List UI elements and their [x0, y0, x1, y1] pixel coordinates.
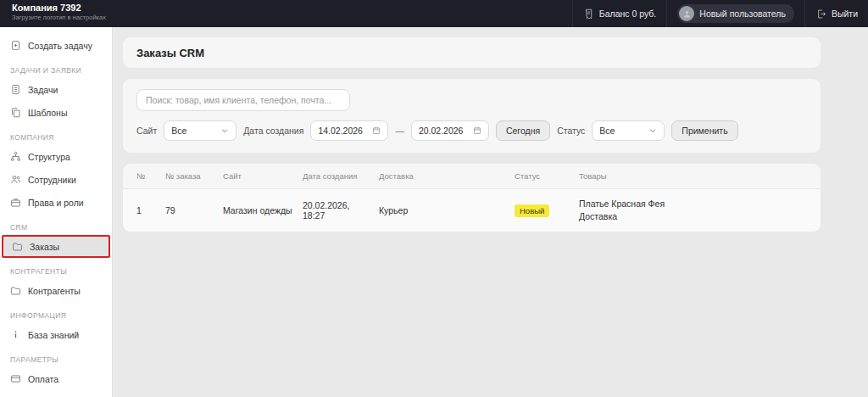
sidebar-item-label: Структура: [28, 152, 70, 162]
balance-button[interactable]: Баланс 0 руб.: [572, 0, 666, 27]
status-select[interactable]: Все: [592, 120, 665, 141]
date-range-dash: —: [395, 126, 404, 136]
sidebar-item-label: Заказы: [30, 242, 59, 252]
exit-icon: [815, 8, 826, 20]
sidebar-item-payment[interactable]: Оплата: [0, 367, 112, 390]
filter-card: Сайт Все Дата создания 14.02.2026 — 20.0…: [123, 79, 821, 153]
site-select[interactable]: Все: [164, 120, 236, 141]
page-title: Заказы CRM: [136, 47, 204, 59]
sidebar-item-orders[interactable]: Заказы: [2, 235, 110, 258]
card-icon: [10, 373, 21, 384]
col-header-order-num: № заказа: [165, 171, 216, 181]
sidebar-item-contractors[interactable]: Контрагенты: [0, 279, 112, 302]
sidebar-item-label: Права и роли: [28, 198, 84, 208]
sidebar-section-information: ИНФОРМАЦИЯ: [0, 302, 112, 323]
product-line: Платье Красная Фея: [579, 198, 807, 210]
sidebar-item-rights-roles[interactable]: Права и роли: [0, 191, 112, 214]
sidebar-item-structure[interactable]: Структура: [0, 145, 112, 168]
cell-delivery: Курьер: [379, 205, 508, 215]
cell-status: Новый: [515, 204, 572, 217]
logout-label: Выйти: [832, 8, 858, 19]
table-row[interactable]: 1 79 Магазин одежды 20.02.2026, 18:27 Ку…: [123, 188, 821, 232]
sidebar-item-label: Шаблоны: [28, 108, 67, 118]
apply-button[interactable]: Применить: [671, 120, 737, 141]
filter-row: Сайт Все Дата создания 14.02.2026 — 20.0…: [136, 120, 807, 141]
orders-table: № № заказа Сайт Дата создания Доставка С…: [123, 164, 821, 232]
company-subtitle: Загрузите логотип в настройках: [12, 14, 106, 21]
main-content: Заказы CRM Сайт Все Дата создания 14.02.…: [113, 27, 868, 397]
clipboard-plus-icon: [10, 40, 21, 51]
cell-products: Платье Красная Фея Доставка: [579, 198, 807, 223]
date-from-value: 14.02.2026: [318, 126, 363, 136]
cell-site: Магазин одежды: [223, 205, 296, 215]
date-to-input[interactable]: 20.02.2026: [411, 120, 489, 141]
users-icon: [10, 174, 21, 185]
status-badge: Новый: [515, 204, 549, 217]
topbar-right: Баланс 0 руб. Новый пользователь Выйти: [572, 0, 868, 27]
title-card: Заказы CRM: [123, 37, 821, 68]
balance-label: Баланс 0 руб.: [599, 8, 656, 19]
user-name: Новый пользователь: [699, 8, 786, 19]
date-filter-label: Дата создания: [243, 126, 303, 136]
status-filter-label: Статус: [557, 126, 585, 136]
date-to-value: 20.02.2026: [419, 126, 464, 136]
table-header-row: № № заказа Сайт Дата создания Доставка С…: [123, 164, 821, 188]
sidebar-item-create-task[interactable]: Создать задачу: [0, 34, 112, 57]
document-icon: [10, 84, 21, 95]
sidebar-item-settings[interactable]: Настройки: [0, 390, 112, 397]
cell-order-num: 79: [165, 205, 216, 215]
user-menu[interactable]: Новый пользователь: [666, 0, 804, 27]
chevron-down-icon: [648, 126, 657, 135]
logout-button[interactable]: Выйти: [804, 0, 868, 27]
col-header-products: Товары: [579, 171, 807, 181]
sidebar-item-tasks[interactable]: Задачи: [0, 78, 112, 101]
sidebar-section-parameters: ПАРАМЕТРЫ: [0, 346, 112, 367]
company-name: Компания 7392: [12, 3, 106, 14]
sidebar-item-label: Контрагенты: [28, 286, 81, 296]
user-pill: Новый пользователь: [677, 4, 794, 23]
col-header-created: Дата создания: [303, 171, 372, 181]
sidebar-item-label: Задачи: [28, 85, 58, 95]
topbar: Компания 7392 Загрузите логотип в настро…: [0, 0, 868, 27]
sidebar-item-employees[interactable]: Сотрудники: [0, 168, 112, 191]
cell-num: 1: [136, 205, 159, 215]
today-button[interactable]: Сегодня: [496, 120, 550, 141]
copy-icon: [10, 107, 21, 118]
site-filter-label: Сайт: [136, 126, 157, 136]
folder-icon: [12, 241, 23, 252]
info-icon: [10, 329, 21, 340]
folder-icon: [10, 285, 21, 296]
chevron-down-icon: [220, 126, 229, 135]
hierarchy-icon: [10, 151, 21, 162]
briefcase-icon: [10, 197, 21, 208]
user-avatar: [679, 6, 694, 21]
product-line: Доставка: [579, 210, 807, 223]
company-block: Компания 7392 Загрузите логотип в настро…: [0, 0, 106, 27]
sidebar-section-company: КОМПАНИЯ: [0, 124, 112, 145]
col-header-status: Статус: [515, 171, 572, 181]
col-header-site: Сайт: [223, 171, 296, 181]
sidebar-section-crm: CRM: [0, 214, 112, 235]
calendar-icon: [473, 126, 481, 135]
sidebar-section-tasks: ЗАДАЧИ И ЗАЯВКИ: [0, 57, 112, 78]
cell-created: 20.02.2026, 18:27: [303, 200, 372, 221]
sidebar-item-knowledge-base[interactable]: База знаний: [0, 323, 112, 346]
col-header-num: №: [136, 171, 159, 181]
receipt-icon: [583, 8, 594, 20]
sidebar-item-label: Оплата: [28, 374, 58, 384]
sidebar-item-label: База знаний: [28, 330, 79, 340]
col-header-delivery: Доставка: [379, 171, 508, 181]
sidebar: Создать задачу ЗАДАЧИ И ЗАЯВКИ Задачи Ша…: [0, 27, 113, 397]
status-select-value: Все: [599, 126, 615, 136]
sidebar-item-templates[interactable]: Шаблоны: [0, 101, 112, 124]
sidebar-item-label: Создать задачу: [28, 41, 92, 51]
date-from-input[interactable]: 14.02.2026: [310, 120, 388, 141]
search-input[interactable]: [136, 89, 350, 111]
person-icon: [682, 9, 692, 19]
site-select-value: Все: [171, 126, 186, 136]
sidebar-section-contractors: КОНТРАГЕНТЫ: [0, 258, 112, 279]
sidebar-item-label: Сотрудники: [28, 175, 76, 185]
calendar-icon: [372, 126, 381, 135]
